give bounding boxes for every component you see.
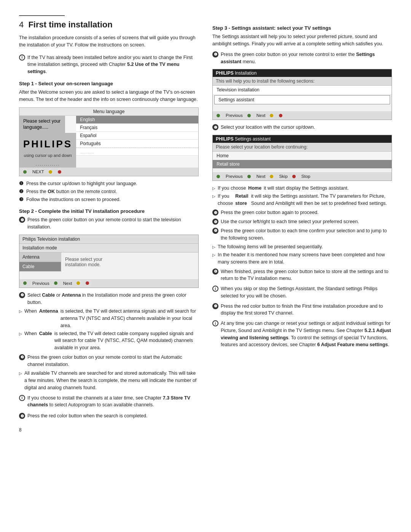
loc-nav-green-prev <box>217 175 220 178</box>
tv-install-nav: Previous Next <box>19 279 198 288</box>
step3-location-num: ❷ <box>212 124 218 130</box>
step2-heading: Step 2 - Complete the initial TV install… <box>19 208 199 214</box>
language-ui-box: Menu language Please select your languag… <box>19 107 199 177</box>
section-divider <box>19 15 65 16</box>
location-bullets: If you choose Home it will start display… <box>212 185 392 207</box>
philips-logo: PHILIPS <box>19 133 76 152</box>
info-bold-1: 5.2 Use of the TV menu settings <box>27 62 179 74</box>
location-retail[interactable]: Retail store <box>213 160 392 168</box>
step2-auto-num: ❸ <box>19 354 25 360</box>
philips-install-tv[interactable]: Television installation <box>213 86 392 94</box>
location-home[interactable]: Home <box>213 152 392 160</box>
tv-install-subheader: Installation mode <box>19 244 198 252</box>
loc-nav-stop[interactable]: Stop <box>301 174 311 179</box>
philips-nav-previous[interactable]: Previous <box>226 113 243 118</box>
step5-bullets: The following items will be presented se… <box>212 243 392 265</box>
info-block-2: i If you choose to install the channels … <box>19 395 199 409</box>
step5-confirm-text: Press the green color button to each tim… <box>221 227 392 242</box>
step1-instruction-1: ❶ Press the cursor up/down to highlight … <box>19 180 199 187</box>
step3-green-num: ❶ <box>212 51 218 58</box>
step4-cursor-text: Use the cursor left/right to each time s… <box>221 218 359 225</box>
lang-prompt: Please select your language..... <box>19 116 65 133</box>
lang-nav-bar: NEXT <box>19 168 198 176</box>
philips-install-nav: Previous Next <box>213 111 392 120</box>
step1-instruction-3: ❸ Follow the instructions on screen to p… <box>19 196 199 203</box>
loc-nav-next[interactable]: Next <box>256 174 266 179</box>
step2-bullet-antenna: When Antenna is selected, the TV will de… <box>19 308 199 329</box>
philips-brand-label: PHILIPS <box>216 70 234 76</box>
step2-intro-num: ❶ <box>19 217 25 223</box>
step3-intro-text: The Settings assistant will help you to … <box>212 33 392 48</box>
tv-nav-dot-green-next <box>54 281 57 285</box>
step2-auto-bullets: All available TV channels are searched f… <box>19 370 199 391</box>
tv-nav-previous[interactable]: Previous <box>32 281 49 286</box>
step4-cursor-num: ❹ <box>212 219 218 225</box>
step5-confirm-num: ❺ <box>212 228 218 234</box>
info-icon-2: i <box>19 395 25 401</box>
step2-intro-text: Press the green color button on your rem… <box>27 216 199 231</box>
info-block-3: i When you skip or stop the Settings Ass… <box>212 285 392 300</box>
philips-install-spacer <box>213 105 392 111</box>
page-number: 8 <box>19 427 199 433</box>
step2-red-num: ❹ <box>19 413 25 419</box>
step1-instructions: ❶ Press the cursor up/down to highlight … <box>19 180 199 203</box>
lang-separator: ............ <box>76 148 198 156</box>
philips-installation-box: PHILIPS Installation This will help you … <box>212 69 392 120</box>
step6-store-row: ❻ When finished, press the green color b… <box>212 268 392 283</box>
info-icon-4: i <box>212 320 218 326</box>
step3-green-row: ❶ Press the green color button on your r… <box>212 51 392 66</box>
loc-nav-red <box>292 175 296 178</box>
language-list: English Français Español Português .....… <box>76 116 198 168</box>
step5-bullet1: The following items will be presented se… <box>212 243 392 251</box>
section-title: 4 First time installation <box>19 20 199 30</box>
nav-dot-red <box>58 170 61 174</box>
section-number: 4 <box>19 20 24 29</box>
section-heading: First time installation <box>28 20 112 29</box>
lang-subtitle: using cursor up and down <box>19 152 76 161</box>
location-header-label: Settings assistant <box>235 136 271 142</box>
step2-select-row: ❷ Select Cable or Antenna in the Install… <box>19 292 199 306</box>
info-text-2: If you choose to install the channels at… <box>27 395 199 409</box>
loc-nav-previous[interactable]: Previous <box>226 174 243 179</box>
page-layout: 4 First time installation The installati… <box>19 20 392 433</box>
philips-nav-next[interactable]: Next <box>256 113 266 118</box>
step2-auto-row: ❸ Press the green color button on your r… <box>19 354 199 368</box>
nav-next-label[interactable]: NEXT <box>32 169 44 174</box>
step2-intro-row: ❶ Press the green color button on your r… <box>19 216 199 231</box>
loc-nav-skip[interactable]: Skip <box>279 174 287 179</box>
tv-install-cable[interactable]: Cable <box>19 262 61 272</box>
nav-dot-green <box>23 170 27 174</box>
lang-spanish[interactable]: Español <box>76 132 198 140</box>
philips-install-label: Installation <box>235 70 256 76</box>
loc-nav-yellow <box>270 175 273 178</box>
tv-install-mode-row: Antenna Cable Please select yourinstalla… <box>19 252 198 272</box>
location-nav: Previous Next Skip Stop <box>213 172 392 181</box>
step1-num-2: ❷ <box>19 188 24 195</box>
location-brand: PHILIPS <box>216 136 234 142</box>
step6-store-text: When finished, press the green color but… <box>221 268 392 283</box>
step2-auto-text: Press the green color button on your rem… <box>27 354 199 368</box>
location-bullet-retail: If you choose Retail store it will skip … <box>212 193 392 207</box>
step1-text: After the Welcome screen you are asked t… <box>19 89 199 104</box>
right-column: Step 3 - Settings assistant: select your… <box>212 20 392 433</box>
tv-install-antenna[interactable]: Antenna <box>19 252 61 262</box>
lang-dots: ............ <box>19 161 76 168</box>
philips-install-header: PHILIPS Installation <box>213 69 392 77</box>
philips-install-settings[interactable]: Settings assistant <box>214 95 390 104</box>
location-box: PHILIPS Settings assistant Please select… <box>212 135 392 181</box>
step3-heading: Step 3 - Settings assistant: select your… <box>212 25 392 31</box>
step2-bullet-cable: When Cable is selected, the TV will dete… <box>19 330 199 351</box>
tv-nav-next[interactable]: Next <box>63 281 72 286</box>
lang-french[interactable]: Français <box>76 124 198 132</box>
philips-nav-yellow <box>270 114 273 117</box>
step4-cursor-row: ❹ Use the cursor left/right to each time… <box>212 218 392 225</box>
step3-location-row: ❷ Select your location with the cursor u… <box>212 124 392 131</box>
step3-proceed-text: Press the green color button again to pr… <box>221 209 319 216</box>
philips-nav-red <box>279 114 282 117</box>
tv-nav-dot-red <box>86 281 89 285</box>
lang-english[interactable]: English <box>76 116 198 124</box>
intro-paragraph: The installation procedure consists of a… <box>19 34 199 49</box>
philips-install-subheader: This will help you to install the follow… <box>213 77 392 86</box>
lang-portuguese[interactable]: Português <box>76 140 198 148</box>
step3-green-text: Press the green color button on your rem… <box>221 51 392 66</box>
